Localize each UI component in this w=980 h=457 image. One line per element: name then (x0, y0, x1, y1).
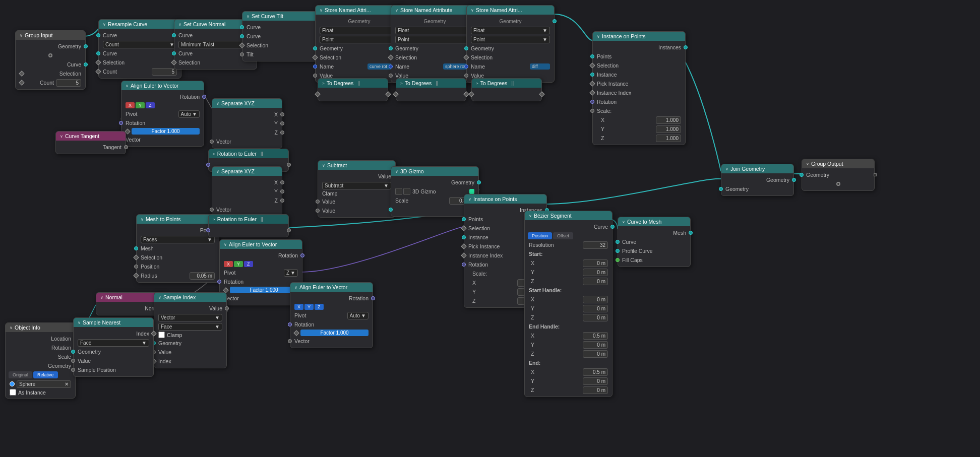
sa3-name[interactable] (464, 64, 468, 69)
ct-tangent-sock[interactable] (124, 145, 128, 149)
iop2-header[interactable]: ∨ Instance on Points (593, 32, 685, 41)
node-mesh-to-points[interactable]: ∨ Mesh to Points Points Faces▼ Mesh Sele… (136, 214, 219, 283)
sa2-header[interactable]: ∨ Store Named Attribute (391, 6, 478, 15)
re1-in-sock[interactable] (206, 163, 210, 167)
gizmo-header[interactable]: ∨ 3D Gizmo (391, 167, 478, 176)
sct-curve2-sock[interactable] (240, 34, 244, 38)
curve2-socket[interactable] (96, 51, 100, 55)
sa2-type-dd[interactable]: Float▼ (395, 27, 474, 34)
resample-header[interactable]: ∨ Resample Curve (99, 20, 181, 29)
jg-geom-in[interactable] (719, 187, 723, 191)
sxyz2-x-sock[interactable] (280, 180, 284, 184)
oi-original-btn[interactable]: Original (9, 371, 32, 378)
re1-out-sock[interactable] (287, 163, 291, 167)
iop2-idx-sock[interactable] (589, 90, 595, 95)
ae3-header[interactable]: ∨ Align Euler to Vector (290, 283, 373, 292)
iop2-scale-sock[interactable] (590, 109, 594, 113)
node-separate-xyz1[interactable]: ∨ Separate XYZ X Y Z Vector (212, 98, 282, 149)
count-socket[interactable] (95, 69, 101, 74)
re2-out-sock[interactable] (287, 228, 291, 232)
ae3-z-btn[interactable]: Z (315, 304, 324, 310)
ae1-factor-bar[interactable]: Factor 1.000 (132, 128, 200, 135)
re2-in-sock[interactable] (206, 228, 210, 232)
sxyz1-vec-sock[interactable] (210, 140, 214, 144)
ae1-rot-out[interactable] (202, 95, 206, 99)
node-set-curve-tilt[interactable]: ∨ Set Curve Tilt Curve Curve Selection T… (242, 11, 323, 61)
sct-header[interactable]: ∨ Set Curve Tilt (242, 12, 322, 21)
oi-as-instance-cb[interactable] (10, 389, 16, 396)
ct-header[interactable]: ∨ Curve Tangent (56, 132, 126, 141)
node-to-degrees3[interactable]: > To Degrees || (471, 78, 542, 101)
sub-header[interactable]: ∨ Subtract (318, 161, 395, 170)
node-subtract[interactable]: ∨ Subtract Value Subtract▼ Clamp Value (318, 160, 396, 218)
sub-val-in2[interactable] (316, 209, 320, 213)
sct-tilt-sock[interactable] (240, 52, 244, 56)
gizmo-icon2[interactable] (403, 188, 410, 195)
node-curve-tangent[interactable]: ∨ Curve Tangent Tangent (55, 131, 126, 154)
si-val-out[interactable] (225, 306, 229, 310)
iop1-sel-sock[interactable] (461, 225, 466, 231)
node-join-geometry[interactable]: ∨ Join Geometry Geometry Geometry (721, 164, 794, 196)
td2-header[interactable]: > To Degrees || (396, 79, 466, 88)
scn-curve-in-sock[interactable] (172, 33, 176, 37)
node-to-degrees2[interactable]: > To Degrees || (396, 78, 466, 101)
bez-pos-btn[interactable]: Position (528, 232, 552, 239)
ae2-x-btn[interactable]: X (224, 261, 233, 267)
iop1-pts-sock[interactable] (462, 217, 466, 221)
ctm-mesh-out[interactable] (689, 231, 693, 235)
re1-header[interactable]: > Rotation to Euler || (209, 149, 288, 158)
sel-socket[interactable] (95, 59, 101, 65)
sa1-domain-dd[interactable]: Point▼ (320, 36, 399, 43)
iop1-header[interactable]: ∨ Instance on Points (464, 194, 546, 204)
gizmo-geom-in[interactable] (389, 208, 393, 212)
iop1-pick-sock[interactable] (461, 243, 466, 249)
bez-offset-btn[interactable]: Offset (553, 232, 573, 239)
sa1-header[interactable]: ∨ Store Named Attri... (316, 6, 403, 15)
node-group-output[interactable]: ∨ Group Output Geometry (802, 159, 875, 191)
sxyz2-y-sock[interactable] (280, 189, 284, 193)
ae2-rot-out[interactable] (300, 253, 304, 257)
iop1-rot-sock[interactable] (462, 263, 466, 267)
node-store-attr1[interactable]: ∨ Store Named Attri... Geometry Float▼ P… (315, 5, 403, 83)
ae3-rot-out[interactable] (371, 296, 375, 300)
mtp-rad-sock[interactable] (133, 273, 139, 278)
node-sample-index[interactable]: ∨ Sample Index Value Vector▼ Face▼ Clamp (154, 292, 227, 368)
ae2-pivot-dd[interactable]: Z▼ (284, 269, 298, 277)
sxyz1-x-sock[interactable] (280, 112, 284, 116)
node-group-input-header[interactable]: ∨ Group Input (16, 31, 85, 40)
sn-geom-sock[interactable] (71, 350, 75, 354)
iop2-inst-out[interactable] (684, 45, 688, 49)
gizmo-cb[interactable] (469, 189, 474, 194)
sa1-type-dd[interactable]: Float▼ (320, 27, 399, 34)
sn-spos-sock[interactable] (71, 368, 75, 372)
sa1-geom-in-sock[interactable] (313, 46, 317, 50)
sa3-header[interactable]: ∨ Store Named Attri... (467, 6, 554, 15)
jg-geom-out[interactable] (792, 178, 796, 182)
sn-val-sock[interactable] (71, 359, 75, 363)
sa2-geom-in[interactable] (389, 46, 393, 50)
si-type-dd[interactable]: Vector▼ (158, 314, 222, 321)
sa2-val[interactable] (389, 74, 393, 78)
go-geom-in[interactable] (800, 173, 804, 177)
node-to-degrees1[interactable]: > To Degrees || (318, 78, 388, 101)
ae1-z-btn[interactable]: Z (146, 102, 155, 108)
iop2-rot-sock[interactable] (590, 100, 594, 104)
sxyz1-z-sock[interactable] (280, 130, 284, 135)
curve-in-socket[interactable] (96, 33, 100, 37)
iop1-inst-sock[interactable] (462, 235, 466, 239)
gizmo-geom-out[interactable] (477, 180, 481, 184)
si-header[interactable]: ∨ Sample Index (154, 293, 226, 302)
bez-header[interactable]: ∨ Bézier Segment (525, 211, 612, 220)
iop2-pts-sock[interactable] (590, 54, 594, 58)
node-resample-curve[interactable]: ∨ Resample Curve Curve Count ▼ Curve (98, 19, 181, 79)
sa2-name[interactable] (389, 64, 393, 69)
count-diamond[interactable] (19, 80, 24, 85)
ae2-factor-bar[interactable]: Factor 1.000 (230, 287, 298, 293)
td1-out[interactable] (385, 91, 391, 97)
go-header[interactable]: ∨ Group Output (802, 159, 874, 168)
ae1-header[interactable]: ∨ Align Euler to Vector (121, 81, 204, 90)
extra-socket[interactable] (48, 53, 52, 57)
td3-out[interactable] (539, 91, 544, 97)
sxyz2-header[interactable]: ∨ Separate XYZ (212, 167, 282, 176)
sct-curve-in-sock[interactable] (240, 25, 244, 29)
